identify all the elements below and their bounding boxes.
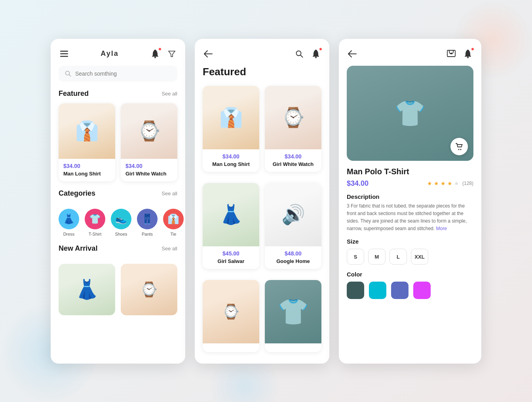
color-label: Color — [347, 271, 473, 278]
category-pants[interactable]: 👖 Pants — [137, 209, 158, 236]
rating-row: ★ ★ ★ ★ ★ (128) — [427, 180, 473, 187]
s2-title-section: Featured — [195, 66, 329, 86]
product-name-shirt: Man Long Shirt — [63, 171, 110, 177]
search-icon — [65, 70, 71, 77]
s2-product-watch-table[interactable] — [203, 280, 259, 352]
svg-line-6 — [69, 74, 71, 76]
size-options: S M L XXL — [347, 249, 473, 265]
star-1: ★ — [427, 180, 432, 187]
new-arrival-grid — [59, 264, 177, 315]
notification-icon-s3[interactable] — [462, 48, 473, 59]
s2-main-title: Featured — [203, 66, 321, 78]
category-icon-tshirt: 👕 — [85, 209, 105, 229]
color-options — [347, 282, 473, 299]
back-icon-s3[interactable] — [347, 48, 358, 59]
product-info-shirt: $34.00 Man Long Shirt — [59, 159, 115, 181]
notification-icon[interactable] — [150, 48, 161, 59]
category-label-dress: Dress — [63, 232, 75, 236]
product-title: Man Polo T-Shirt — [347, 167, 473, 176]
s2-header-icons — [294, 48, 321, 59]
search-bar[interactable] — [59, 66, 177, 82]
product-price-watch: $34.00 — [125, 163, 173, 169]
category-tie[interactable]: 👔 Tie — [163, 209, 184, 236]
product-card-shirt[interactable]: $34.00 Man Long Shirt — [59, 103, 115, 181]
s2-name-watch: Girl White Watch — [270, 161, 317, 167]
category-tshirt[interactable]: 👕 T-Shirt — [85, 209, 105, 236]
color-swatch-1[interactable] — [347, 282, 364, 299]
description-label: Description — [347, 193, 473, 200]
s2-price-salwar: $45.00 — [207, 250, 255, 257]
star-3: ★ — [441, 180, 446, 187]
product-price-shirt: $34.00 — [63, 163, 110, 169]
size-xxl[interactable]: XXL — [411, 249, 428, 265]
notification-icon-s2[interactable] — [310, 48, 321, 59]
product-card-watch[interactable]: $34.00 Girl White Watch — [121, 103, 177, 181]
color-swatch-4[interactable] — [413, 282, 431, 299]
s2-product-salwar[interactable]: $45.00 Girl Salwar — [203, 183, 259, 269]
product-image-watch — [121, 103, 177, 159]
app-title: Ayla — [101, 50, 118, 58]
new-arrival-item-1[interactable] — [59, 264, 115, 315]
category-dress[interactable]: 👗 Dress — [59, 209, 79, 236]
add-to-cart-floating-button[interactable] — [450, 138, 468, 155]
product-image-shirt — [59, 103, 115, 159]
category-icon-shoes: 👟 — [111, 209, 131, 229]
filter-icon[interactable] — [166, 48, 177, 59]
screen-featured: Featured $34.00 Man Long Shirt $34.00 Gi… — [195, 39, 329, 364]
category-label-tshirt: T-Shirt — [89, 232, 101, 236]
category-icon-dress: 👗 — [59, 209, 79, 229]
size-s[interactable]: S — [347, 249, 364, 265]
s2-product-watch[interactable]: $34.00 Girl White Watch — [265, 86, 321, 172]
price-row: $34.00 ★ ★ ★ ★ ★ (128) — [347, 179, 473, 188]
svg-line-8 — [300, 55, 303, 57]
categories-header: Categories See all — [59, 189, 177, 203]
size-m[interactable]: M — [368, 249, 386, 265]
featured-section-header: Featured See all — [51, 90, 185, 103]
s2-product-image-shirt — [203, 86, 259, 149]
categories-grid: 👗 Dress 👕 T-Shirt 👟 Shoes — [59, 209, 177, 236]
category-label-tie: Tie — [171, 232, 177, 236]
description-text: 3 For fabric that is not tubed, the sepa… — [347, 202, 473, 233]
size-l[interactable]: L — [390, 249, 407, 265]
screens-container: Ayla — [51, 39, 481, 364]
category-label-pants: Pants — [142, 232, 153, 236]
color-swatch-2[interactable] — [369, 282, 386, 299]
header-actions — [150, 48, 177, 59]
more-link[interactable]: More — [436, 226, 446, 231]
s2-product-tshirts[interactable] — [265, 280, 321, 352]
svg-point-14 — [460, 149, 462, 150]
featured-title: Featured — [59, 90, 89, 98]
categories-title: Categories — [59, 189, 95, 198]
new-arrival-see-all[interactable]: See all — [162, 246, 177, 251]
svg-point-5 — [66, 71, 70, 75]
star-5: ★ — [454, 180, 459, 187]
category-shoes[interactable]: 👟 Shoes — [111, 209, 131, 236]
s2-name-google-home: Google Home — [270, 258, 317, 264]
svg-rect-11 — [450, 53, 452, 54]
s2-product-image-watch-table — [203, 280, 259, 343]
back-icon-s2[interactable] — [203, 48, 214, 59]
svg-rect-1 — [60, 53, 68, 54]
search-icon-s2[interactable] — [294, 48, 305, 59]
s2-product-info-google-home: $48.00 Google Home — [265, 246, 321, 269]
s2-price-watch: $34.00 — [270, 153, 317, 160]
categories-section: Categories See all 👗 Dress 👕 T-Shirt — [51, 189, 185, 244]
s2-price-google-home: $48.00 — [270, 250, 317, 257]
s2-product-google-home[interactable]: $48.00 Google Home — [265, 183, 321, 269]
product-name-watch: Girl White Watch — [125, 171, 173, 177]
s2-product-info-tshirts — [265, 343, 321, 352]
featured-see-all[interactable]: See all — [162, 91, 177, 97]
menu-icon[interactable] — [59, 48, 70, 59]
categories-see-all[interactable]: See all — [162, 191, 177, 196]
s2-product-shirt[interactable]: $34.00 Man Long Shirt — [203, 86, 259, 172]
search-input[interactable] — [75, 70, 171, 77]
svg-marker-4 — [169, 51, 175, 57]
category-icon-tie: 👔 — [163, 209, 184, 229]
cart-header-icon[interactable] — [446, 48, 457, 59]
screen-product-detail: Man Polo T-Shirt $34.00 ★ ★ ★ ★ ★ (128) … — [339, 39, 481, 364]
home-header: Ayla — [51, 39, 185, 66]
s2-product-info-shirt: $34.00 Man Long Shirt — [203, 149, 259, 172]
new-arrival-item-2[interactable] — [121, 264, 177, 315]
star-2: ★ — [434, 180, 439, 187]
color-swatch-3[interactable] — [391, 282, 408, 299]
